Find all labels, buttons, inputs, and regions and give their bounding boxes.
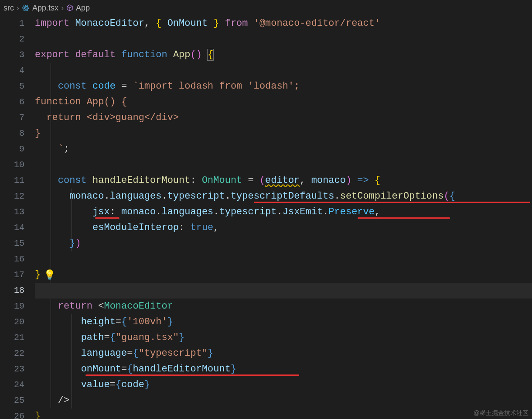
code-line[interactable]: } (35, 126, 532, 141)
code-line[interactable] (35, 157, 532, 173)
token: = (116, 316, 121, 327)
annotation-underline (85, 374, 299, 376)
line-number: 22 (0, 346, 24, 361)
token: { (207, 49, 214, 61)
token: height (81, 316, 116, 327)
token: . (161, 191, 167, 202)
code-line[interactable]: return <MonacoEditor (35, 299, 532, 314)
token: . (213, 206, 219, 217)
token (46, 364, 81, 374)
token: handleEditorMount (92, 175, 190, 186)
token: . (225, 191, 231, 202)
token: < (92, 301, 104, 312)
token: { (110, 332, 116, 343)
token (46, 379, 81, 390)
token (116, 49, 121, 60)
code-line[interactable]: function App() { (35, 94, 532, 110)
breadcrumb-folder[interactable]: src (3, 3, 14, 13)
token: = (127, 348, 133, 359)
token: ) (75, 238, 81, 249)
code-line[interactable]: }) (35, 236, 532, 251)
token: export (35, 49, 69, 60)
line-number: 17 (0, 267, 24, 283)
line-number: 20 (0, 314, 24, 330)
code-line[interactable]: return <div>guang</div> (35, 110, 532, 126)
token: , (300, 175, 311, 186)
token: { (156, 18, 161, 29)
token (46, 175, 58, 186)
token: jsx (92, 206, 110, 217)
code-line[interactable]: height={'100vh'} (35, 314, 532, 330)
token: '100vh' (127, 316, 167, 327)
token (46, 191, 69, 202)
code-line[interactable] (35, 251, 532, 267)
token (248, 18, 254, 29)
token: , (375, 206, 380, 217)
code-line[interactable] (35, 283, 532, 299)
code-line[interactable]: export default function App() { (35, 47, 532, 63)
token: handleEditorMount (133, 364, 230, 374)
token (208, 18, 213, 29)
token: } (35, 269, 41, 280)
line-number: 3 (0, 47, 24, 63)
svg-point-3 (25, 7, 26, 8)
annotation-underline (95, 217, 119, 219)
token: editor (265, 175, 300, 186)
token: = (104, 332, 109, 343)
code-line[interactable] (35, 31, 532, 47)
code-line[interactable]: language={"typescript"} (35, 346, 532, 361)
token (87, 81, 92, 92)
code-line[interactable]: } (35, 409, 532, 419)
code-line[interactable] (35, 63, 532, 79)
code-editor[interactable]: 1234567891011121314151617181920212223242… (0, 16, 532, 419)
line-number: 16 (0, 251, 24, 267)
token: ) (346, 175, 351, 186)
line-number: 12 (0, 189, 24, 204)
token: = (116, 81, 133, 92)
code-line[interactable]: }💡 (35, 267, 532, 283)
line-number: 13 (0, 204, 24, 220)
token: "typescript" (139, 348, 208, 359)
breadcrumb-file[interactable]: App.tsx (32, 3, 58, 13)
token (46, 81, 58, 92)
code-area[interactable]: import MonacoEditor, { OnMount } from '@… (35, 16, 532, 419)
token: code (92, 81, 116, 92)
code-line[interactable]: esModuleInterop: true, (35, 220, 532, 236)
line-number: 1 (0, 16, 24, 31)
token: App (173, 49, 191, 60)
token: true (190, 222, 213, 233)
symbol-icon (66, 4, 73, 11)
breadcrumb: src › App.tsx › App (0, 0, 532, 16)
token: typescript (167, 191, 225, 202)
react-file-icon (22, 4, 30, 12)
token: MonacoEditor (104, 301, 173, 312)
token: { (127, 364, 133, 374)
token (46, 316, 81, 327)
code-line[interactable]: import MonacoEditor, { OnMount } from '@… (35, 16, 532, 31)
breadcrumb-sep-icon: › (17, 3, 19, 13)
code-line[interactable]: const code = `import lodash from 'lodash… (35, 79, 532, 94)
token: ; (64, 144, 69, 155)
token: Preserve (328, 206, 375, 217)
code-line[interactable]: `; (35, 141, 532, 157)
token: ( (259, 175, 265, 186)
code-line[interactable]: const handleEditorMount: OnMount = (edit… (35, 173, 532, 189)
token: } (231, 364, 236, 374)
line-number: 25 (0, 393, 24, 409)
line-number: 7 (0, 110, 24, 126)
line-number-gutter: 1234567891011121314151617181920212223242… (0, 16, 35, 419)
token (46, 222, 92, 233)
token: = (110, 379, 116, 390)
token: language (81, 348, 127, 359)
lightbulb-icon[interactable]: 💡 (44, 268, 55, 284)
code-line[interactable]: /> (35, 393, 532, 409)
token: } (144, 379, 150, 390)
token: default (75, 49, 115, 60)
annotation-underline (358, 217, 450, 219)
token (369, 175, 375, 186)
token: value (81, 379, 110, 390)
token (46, 348, 81, 359)
code-line[interactable]: path={"guang.tsx"} (35, 330, 532, 346)
breadcrumb-symbol[interactable]: App (76, 3, 90, 13)
code-line[interactable]: value={code} (35, 377, 532, 393)
